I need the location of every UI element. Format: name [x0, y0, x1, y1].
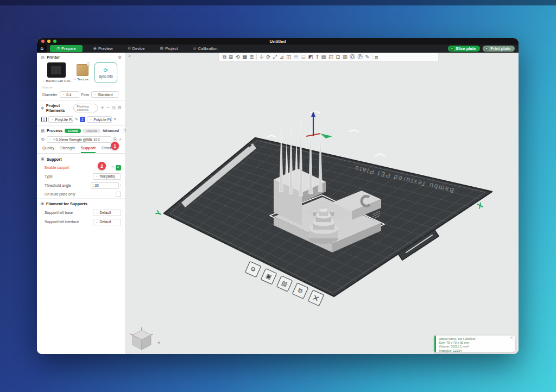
plate-type-thumbnail[interactable]: ⓘ: [77, 64, 89, 76]
mesh-boolean-icon[interactable]: ◰: [328, 54, 333, 60]
print-plate-button[interactable]: ▾ Print plate: [483, 46, 515, 52]
tab-preview-label: Preview: [98, 46, 113, 51]
plate-lock-icon[interactable]: ⧉: [292, 283, 308, 299]
slice-plate-button[interactable]: ▾ Slice plate: [448, 46, 480, 52]
threshold-angle-stepper[interactable]: ▴ ▾ 30: [91, 182, 119, 189]
axis-x-label: X: [476, 200, 484, 211]
sidebar-collapse-icon[interactable]: «: [128, 54, 131, 59]
filaments-section-title: Project Filaments: [46, 103, 72, 113]
printer-thumbnail[interactable]: [47, 62, 66, 78]
filament-2-select[interactable]: ⌄ PolyLite PLA: [87, 116, 112, 123]
filament-1-select[interactable]: ⌄ PolyLite PLA: [48, 116, 73, 123]
auto-orient-icon[interactable]: ⟲: [236, 54, 240, 60]
prepare-icon: ◔: [56, 47, 60, 50]
origin-y-wedge: [320, 134, 332, 138]
chevron-down-icon: ⌄: [90, 118, 92, 121]
scene-canvas[interactable]: Bambu Textured PEI Plate Y X ⚙▣▤⧉×: [126, 53, 519, 354]
text-tool-icon[interactable]: T: [315, 54, 319, 60]
move-icon[interactable]: ⊹: [260, 54, 264, 60]
arrange-icon[interactable]: ▦: [242, 54, 247, 60]
variable-layer-icon[interactable]: ▥: [343, 54, 348, 60]
filaments-section-icon: ◈: [41, 106, 44, 110]
plate-type-label: Texture...: [77, 77, 91, 81]
add-plate-icon[interactable]: ⊞: [229, 54, 233, 60]
desktop-top-band: [0, 0, 556, 5]
threshold-angle-unit: °: [120, 184, 121, 187]
buildplate-only-checkbox[interactable]: [116, 192, 121, 197]
plate-info-icon[interactable]: ⓘ: [87, 62, 90, 66]
diameter-select[interactable]: ⌄ 0.4: [60, 91, 79, 98]
filament-1-edit-icon[interactable]: ✎: [75, 118, 78, 122]
letter-p-icon[interactable]: Ⓟ: [357, 54, 363, 60]
calibration-icon: ◎: [193, 47, 197, 50]
toolbar-separator: [372, 54, 372, 60]
support-filament-section-icon: ◉: [41, 202, 44, 206]
spin-down-icon[interactable]: ▾: [93, 186, 94, 187]
toolbar-separator: [256, 54, 257, 60]
letter-o-icon[interactable]: Ⓞ: [350, 54, 355, 60]
support-type-label: Type: [45, 174, 93, 178]
printer-settings-gear-icon[interactable]: ⚙: [118, 55, 122, 60]
diameter-value: 0.4: [66, 93, 71, 97]
lay-on-face-icon[interactable]: ⊿: [280, 54, 284, 60]
tab-calibration[interactable]: ◎ Calibration: [186, 45, 225, 53]
reset-preset-icon[interactable]: ⟲: [41, 137, 45, 142]
raft-interface-select[interactable]: ⌄ Default: [93, 219, 121, 225]
title-bar: Untitled: [37, 38, 519, 45]
plate-type-select[interactable]: ⌄ Texture...: [74, 77, 91, 81]
seam-paint-icon[interactable]: ✎: [365, 54, 369, 60]
scale-icon[interactable]: ⤢: [273, 54, 277, 60]
assembly-view-icon[interactable]: ⧈: [375, 54, 378, 60]
plate-delete-icon[interactable]: ×: [308, 290, 324, 306]
slice-dropdown-icon[interactable]: ▾: [450, 47, 454, 51]
flushing-volumes-button[interactable]: Flushing volumes: [73, 104, 98, 112]
print-dropdown-icon[interactable]: ▾: [484, 47, 489, 51]
tab-project-label: Project: [165, 46, 178, 51]
support-type-row: Type ⌄ tree(auto): [37, 172, 125, 181]
info-close-icon[interactable]: ×: [510, 336, 513, 340]
select-box-icon[interactable]: ⊡: [336, 54, 340, 60]
cut-icon[interactable]: ◫: [286, 54, 291, 60]
chevron-down-icon: ⌄: [94, 93, 97, 96]
home-button[interactable]: ⌂: [37, 45, 47, 53]
remove-filament-icon[interactable]: −: [106, 106, 110, 110]
reset-value-icon[interactable]: ⟲: [111, 166, 114, 169]
navigation-cube[interactable]: [129, 327, 154, 352]
locate-view-icon[interactable]: ⌖: [157, 340, 160, 345]
tab-quality[interactable]: Quality: [42, 146, 54, 153]
save-preset-icon[interactable]: ⎘: [113, 137, 117, 142]
color-paint-icon[interactable]: ◩: [308, 54, 313, 60]
sync-info-button[interactable]: ⟳ Sync info: [94, 62, 117, 83]
enable-support-checkbox[interactable]: ✓: [116, 165, 121, 170]
split-plate-icon[interactable]: ≣: [250, 54, 254, 60]
printer-model-select[interactable]: ⌄ Bambu Lab P1S: [42, 79, 71, 83]
tab-support[interactable]: Support: [81, 146, 96, 153]
axis-y-label: Y: [154, 208, 164, 217]
buildplate-only-row: On build plate only: [37, 190, 125, 198]
viewport-3d[interactable]: Bambu Textured PEI Plate Y X ⚙▣▤⧉×: [126, 53, 519, 354]
support-paint-icon[interactable]: ▤: [321, 54, 326, 60]
add-filament-icon[interactable]: +: [100, 106, 104, 110]
plate-name-icon[interactable]: ▤: [276, 276, 292, 292]
rotate-icon[interactable]: ⟳: [266, 54, 270, 60]
filament-1-index: 1: [41, 117, 47, 122]
tab-prepare[interactable]: ◔ Prepare: [50, 45, 83, 52]
tab-project[interactable]: ▤ Project: [153, 45, 186, 53]
process-preset-select[interactable]: ⌄ * 0.20mm Strength @BBL X1C: [47, 136, 111, 143]
raft-base-select[interactable]: ⌄ Default: [93, 210, 121, 216]
filament-settings-gear-icon[interactable]: ⚙: [118, 106, 122, 110]
plate-filament-icon[interactable]: ▣: [261, 269, 276, 284]
plate-settings-icon[interactable]: ⚙: [245, 261, 261, 277]
tab-preview[interactable]: ◉ Preview: [86, 45, 121, 53]
tab-device[interactable]: ⧉ Device: [121, 45, 153, 53]
sync-filament-icon[interactable]: ⎘: [112, 106, 115, 110]
printer-model-label: Bambu Lab P1S: [46, 79, 71, 83]
support-type-select[interactable]: ⌄ tree(auto): [93, 173, 121, 180]
flow-select[interactable]: ⌄ Standard: [91, 91, 118, 98]
scope-objects-button[interactable]: Objects: [83, 129, 100, 133]
add-object-icon[interactable]: ⧉: [223, 54, 226, 60]
tab-strength[interactable]: Strength: [60, 146, 75, 153]
filament-2-edit-icon[interactable]: ✎: [113, 118, 117, 122]
search-settings-icon[interactable]: ⌕: [119, 137, 122, 142]
scope-global-button[interactable]: Global: [65, 129, 81, 133]
